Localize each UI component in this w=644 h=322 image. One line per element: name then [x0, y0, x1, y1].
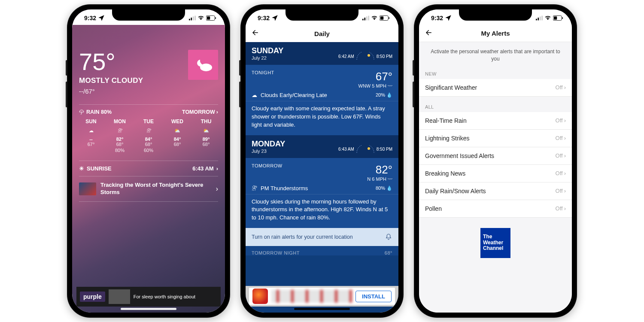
rain-chance-label: RAIN 80%	[86, 109, 112, 115]
ad-banner[interactable]: purple For sleep worth singing about	[76, 287, 221, 307]
forecast-period: TONIGHT 67° WNW 5 MPH 〰 ☁ Clouds Early/C…	[246, 65, 398, 101]
device-notch	[112, 9, 185, 21]
top-bar: Daily	[246, 25, 398, 42]
install-button[interactable]: INSTALL	[355, 291, 392, 302]
svg-rect-10	[362, 19, 364, 21]
alert-label: Pollen	[425, 205, 442, 212]
home-indicator[interactable]	[294, 308, 350, 310]
weather-channel-logo: The Weather Channel	[480, 228, 510, 258]
svg-rect-22	[541, 16, 543, 21]
back-arrow-icon[interactable]	[252, 29, 259, 36]
forecast-day: THU ⛅ 89° 68°	[194, 118, 218, 153]
ad-tagline: For sleep worth singing about	[134, 294, 195, 299]
svg-rect-5	[207, 16, 210, 19]
period-temp: 67°	[358, 70, 392, 83]
ad-creative-image	[109, 289, 130, 304]
alert-label: Government Issued Alerts	[425, 152, 494, 159]
alert-row-daily-rain-snow[interactable]: Daily Rain/Snow Alerts Off›	[419, 182, 572, 200]
alert-label: Significant Weather	[425, 84, 477, 91]
alert-row-lightning-strikes[interactable]: Lightning Strikes Off›	[419, 130, 572, 147]
svg-rect-6	[215, 17, 216, 19]
forecast-period: TOMORROW 82° N 6 MPH 〰 ⛈ PM Thunderstorm…	[246, 158, 398, 194]
thunderstorm-icon: ⛈	[137, 126, 161, 135]
partly-cloudy-icon: ⛅	[194, 126, 218, 135]
page-title: Daily	[314, 30, 330, 37]
next-period-peek: TOMORROW NIGHT 68°	[246, 246, 398, 255]
current-temp: 75°	[79, 50, 143, 74]
phone-mockup-3: 9:32 My Alerts Activate the personal wea…	[414, 4, 577, 318]
forecast-header-row[interactable]: RAIN 80% TOMORROW ›	[79, 109, 218, 115]
sunrise-time: 6:43 AM	[192, 165, 213, 172]
period-condition: Clouds Early/Clearing Late	[261, 92, 327, 98]
svg-rect-15	[380, 16, 383, 19]
page-title: My Alerts	[481, 30, 510, 37]
svg-rect-21	[540, 16, 541, 20]
raindrop-icon: 💧	[386, 185, 392, 191]
svg-rect-2	[193, 16, 194, 20]
device-notch	[459, 9, 532, 21]
svg-rect-12	[366, 16, 368, 20]
period-wind: N 6 MPH 〰	[367, 176, 392, 182]
alert-row-government-alerts[interactable]: Government Issued Alerts Off›	[419, 147, 572, 165]
period-wind: WNW 5 MPH 〰	[358, 83, 392, 88]
section-header-all: ALL	[419, 102, 572, 112]
svg-rect-16	[389, 17, 389, 19]
alert-row-real-time-rain[interactable]: Real-Time Rain Off›	[419, 112, 572, 130]
svg-rect-3	[194, 16, 196, 21]
day-date: July 22	[252, 55, 283, 61]
day-name: SUNDAY	[252, 46, 283, 55]
tomorrow-label: TOMORROW	[182, 109, 215, 115]
location-arrow-icon	[97, 14, 105, 22]
alert-row-significant-weather[interactable]: Significant Weather Off›	[419, 79, 572, 97]
period-temp: 82°	[367, 163, 392, 176]
chevron-right-icon: ›	[564, 188, 566, 194]
sun-arc-icon	[356, 145, 375, 154]
battery-icon	[206, 15, 216, 21]
current-condition-tile	[188, 50, 218, 80]
thunderstorm-icon: ⛈	[252, 185, 257, 191]
sunrise-label: SUNRISE	[87, 165, 112, 172]
day-header: MONDAY July 23 6:43 AM 8:50 PM	[246, 135, 398, 158]
ad-creative-image	[271, 290, 352, 303]
chevron-right-icon: ›	[216, 185, 218, 193]
chevron-right-icon: ›	[564, 205, 566, 212]
cellular-icon	[536, 15, 543, 21]
forecast-row[interactable]: SUN ☁ -- 67° MON ⛈ 82° 68° 80% TUE ⛈ 84°	[79, 118, 218, 153]
home-indicator[interactable]	[121, 308, 176, 310]
bell-icon	[385, 233, 392, 241]
chevron-right-icon: ›	[564, 152, 566, 159]
news-story-row[interactable]: Tracking the Worst of Tonight's Severe S…	[79, 176, 218, 202]
alert-row-pollen[interactable]: Pollen Off›	[419, 200, 572, 218]
svg-rect-20	[538, 18, 539, 20]
alert-label: Real-Time Rain	[425, 117, 467, 124]
chevron-right-icon: ›	[564, 117, 566, 124]
page-subtitle: Activate the personal weather alerts tha…	[419, 42, 572, 69]
ad-banner[interactable]: INSTALL	[246, 286, 398, 307]
cellular-icon	[189, 15, 196, 21]
chevron-right-icon: ›	[564, 84, 566, 91]
alert-label: Daily Rain/Snow Alerts	[425, 188, 486, 194]
forecast-description: Cloudy early with some clearing expected…	[246, 101, 398, 135]
sunrise-row[interactable]: ☀ SUNRISE 6:43 AM ›	[79, 161, 218, 176]
night-clouds-icon: ☁	[252, 92, 257, 98]
cellular-icon	[362, 15, 369, 21]
svg-rect-1	[191, 18, 192, 20]
chevron-right-icon: ›	[216, 109, 218, 115]
day-date: July 23	[252, 149, 285, 154]
alert-label: Lightning Strikes	[425, 135, 470, 142]
back-arrow-icon[interactable]	[425, 29, 433, 36]
wind-icon: 〰	[388, 83, 392, 88]
status-time: 9:32	[431, 15, 443, 21]
ad-brand-logo: purple	[80, 292, 105, 302]
status-time: 9:32	[258, 15, 270, 21]
svg-rect-0	[189, 19, 190, 21]
story-thumbnail	[79, 182, 96, 195]
chevron-right-icon: ›	[564, 170, 566, 176]
story-title: Tracking the Worst of Tonight's Severe S…	[100, 182, 212, 196]
alert-row-breaking-news[interactable]: Breaking News Off›	[419, 165, 572, 182]
period-name: TONIGHT	[252, 70, 274, 75]
alert-prompt-text: Turn on rain alerts for your current loc…	[252, 234, 353, 240]
sunrise-icon: ☀	[79, 165, 84, 172]
rain-alerts-prompt[interactable]: Turn on rain alerts for your current loc…	[246, 228, 398, 246]
wifi-icon	[371, 15, 378, 21]
